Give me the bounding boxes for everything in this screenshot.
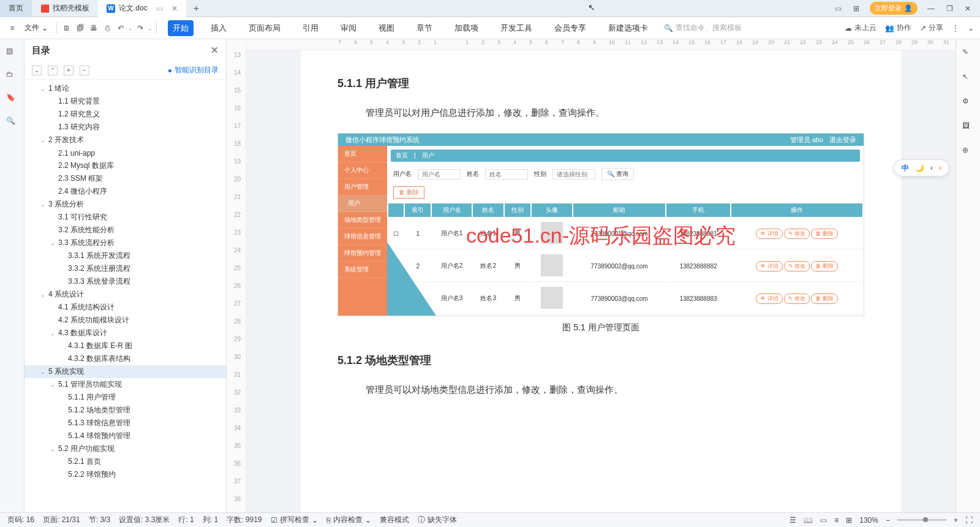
status-pagecode[interactable]: 页码: 16 — [7, 515, 34, 525]
close-outline-icon[interactable]: ✕ — [211, 45, 219, 56]
search-rail-icon[interactable]: 🔍 — [6, 116, 18, 129]
menu-icon[interactable]: ≡ — [6, 22, 18, 34]
save-icon[interactable]: 🗎 — [61, 22, 73, 34]
toc-item[interactable]: 5.1.1 用户管理 — [24, 391, 226, 404]
cloud-status[interactable]: ☁未上云 — [845, 23, 876, 33]
toc-item[interactable]: 4.2 系统功能模块设计 — [24, 314, 226, 327]
zoom-in-icon[interactable]: + — [954, 516, 958, 525]
status-setting[interactable]: 设置值: 3.3厘米 — [119, 515, 170, 525]
toc-item[interactable]: 2.4 微信小程序 — [24, 185, 226, 198]
content-check-button[interactable]: ⎘ 内容检查 ⌄ — [326, 515, 371, 525]
toc-item[interactable]: ⌄4.3 数据库设计 — [24, 327, 226, 339]
view-outline-icon[interactable]: ☰ — [790, 516, 796, 525]
toc-item[interactable]: ⌄3 系统分析 — [24, 198, 226, 211]
toc-item[interactable]: 2.2 Mysql 数据库 — [24, 159, 226, 172]
missing-font[interactable]: ⓘ 缺失字体 — [418, 515, 457, 525]
select-icon[interactable]: ↖ — [962, 72, 974, 85]
ribbon-ref[interactable]: 引用 — [298, 20, 323, 36]
fullscreen-icon[interactable]: ⛶ — [965, 516, 973, 525]
collapse-all-icon[interactable]: ⌃ — [48, 66, 58, 75]
toc-item[interactable]: 4.3.2 数据库表结构 — [24, 352, 226, 365]
ribbon-chapter[interactable]: 章节 — [412, 20, 437, 36]
lang-button[interactable]: 中 — [902, 163, 909, 173]
toc-item[interactable]: 4.3.1 数据库 E-R 图 — [24, 339, 226, 352]
view-web-icon[interactable]: ≡ — [834, 516, 839, 525]
preview-icon[interactable]: ⎙ — [101, 22, 113, 34]
toc-item[interactable]: ⌄4 系统设计 — [24, 288, 226, 301]
redo-icon[interactable]: ↷ — [134, 22, 146, 34]
minimize-button[interactable]: — — [926, 4, 936, 13]
view-page-icon[interactable]: ▭ — [820, 516, 827, 525]
back-icon[interactable]: ‹ — [930, 164, 933, 172]
tab-document[interactable]: W 论文.doc ▭ ✕ — [98, 0, 186, 17]
ribbon-review[interactable]: 审阅 — [336, 20, 361, 36]
ribbon-addon[interactable]: 加载项 — [450, 20, 483, 36]
ribbon-start[interactable]: 开始 — [168, 20, 194, 36]
toc-item[interactable]: 3.2 系统性能分析 — [24, 224, 226, 237]
add-heading-icon[interactable]: + — [64, 66, 74, 75]
ribbon-dev[interactable]: 开发工具 — [496, 20, 537, 36]
expand-all-icon[interactable]: ⌄ — [32, 66, 42, 75]
target-icon[interactable]: ⊕ — [962, 146, 974, 158]
forward-icon[interactable]: › — [939, 164, 941, 172]
view-read-icon[interactable]: 📖 — [804, 516, 813, 525]
new-tab-button[interactable]: + — [186, 3, 206, 14]
zoom-out-icon[interactable]: − — [886, 516, 890, 525]
close-icon[interactable]: ✕ — [172, 4, 178, 13]
restore-button[interactable]: ❐ — [944, 4, 954, 13]
toc-item[interactable]: ⌄3.3 系统流程分析 — [24, 237, 226, 249]
smart-toc-button[interactable]: ●智能识别目录 — [168, 65, 219, 75]
export-icon[interactable]: 🗐 — [74, 22, 86, 34]
toc-item[interactable]: 3.1 可行性研究 — [24, 211, 226, 224]
toc-item[interactable]: 1.1 研究背景 — [24, 95, 226, 108]
toc-item[interactable]: ⌄1 绪论 — [24, 82, 226, 95]
toc-item[interactable]: 4.1 系统结构设计 — [24, 301, 226, 314]
toc-item[interactable]: 2.3 SSM 框架 — [24, 172, 226, 185]
ribbon-vip[interactable]: 会员专享 — [549, 20, 591, 36]
toc-item[interactable]: ⌄5.2 用户功能实现 — [24, 442, 226, 455]
status-row[interactable]: 行: 1 — [178, 515, 194, 525]
ribbon-view[interactable]: 视图 — [374, 20, 399, 36]
status-page[interactable]: 页面: 21/31 — [43, 515, 80, 525]
ribbon-insert[interactable]: 插入 — [206, 20, 232, 36]
toc-item[interactable]: 5.1.2 场地类型管理 — [24, 404, 226, 417]
image-icon[interactable]: 🖼 — [962, 121, 974, 134]
compat-mode[interactable]: 兼容模式 — [380, 515, 409, 525]
nav-icon[interactable]: 🗀 — [6, 70, 18, 82]
toc-item[interactable]: ⌄5 系统实现 — [24, 365, 226, 378]
floating-toolbar[interactable]: 中 🌙 ‹ › — [894, 159, 949, 176]
panel-icon[interactable]: ▭ — [156, 4, 163, 13]
toc-item[interactable]: 3.3.2 系统注册流程 — [24, 262, 226, 275]
remove-heading-icon[interactable]: − — [80, 66, 89, 75]
print-icon[interactable]: 🖶 — [88, 22, 100, 34]
status-col[interactable]: 列: 1 — [203, 515, 218, 525]
toc-item[interactable]: 1.2 研究意义 — [24, 108, 226, 121]
layout-icon[interactable]: ▭ — [833, 4, 843, 13]
toc-item[interactable]: 5.2.2 球馆预约 — [24, 468, 226, 481]
moon-icon[interactable]: 🌙 — [915, 164, 924, 172]
close-button[interactable]: ✕ — [963, 4, 973, 13]
undo-icon[interactable]: ↶ — [115, 22, 127, 34]
command-search[interactable]: 🔍 查找命令、搜索模板 — [664, 23, 742, 33]
toc-item[interactable]: 5.2.1 首页 — [24, 455, 226, 468]
toc-item[interactable]: 1.3 研究内容 — [24, 121, 226, 134]
tab-template[interactable]: 🟥 找稻壳模板 — [32, 0, 98, 17]
bookmark-icon[interactable]: 🔖 — [6, 93, 18, 105]
toc-item[interactable]: 5.1.3 球馆信息管理 — [24, 417, 226, 430]
apps-icon[interactable]: ⊞ — [851, 4, 861, 13]
pen-icon[interactable]: ✎ — [962, 48, 974, 60]
collab-button[interactable]: 👥协作 — [885, 23, 911, 33]
outline-icon[interactable]: ▤ — [6, 47, 18, 59]
status-section[interactable]: 节: 3/3 — [89, 515, 110, 525]
view-grid-icon[interactable]: ⊞ — [846, 516, 852, 525]
spellcheck-button[interactable]: ☑ 拼写检查 ⌄ — [271, 515, 318, 525]
file-menu[interactable]: 文件 ⌄ — [20, 20, 53, 36]
toc-item[interactable]: 2.1 uni-app — [24, 146, 226, 159]
share-button[interactable]: ↗分享 — [920, 23, 943, 33]
more-icon[interactable]: ⋮ — [952, 24, 959, 32]
ribbon-layout[interactable]: 页面布局 — [244, 20, 285, 36]
collapse-icon[interactable]: ⌄ — [968, 24, 974, 32]
toc-item[interactable]: 5.1.4 球馆预约管理 — [24, 430, 226, 442]
login-button[interactable]: 立即登录👤 — [870, 2, 918, 15]
toc-item[interactable]: ⌄5.1 管理员功能实现 — [24, 378, 226, 391]
